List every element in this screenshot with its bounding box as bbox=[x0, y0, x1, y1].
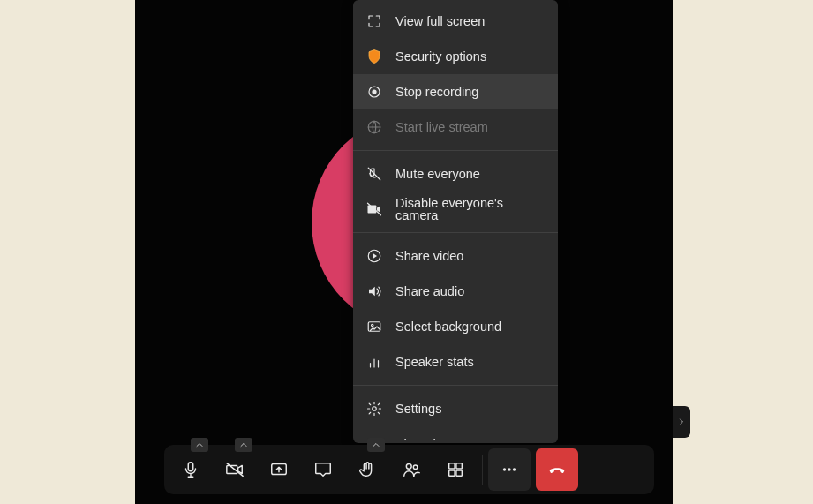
raise-hand-button[interactable] bbox=[346, 448, 388, 491]
mute-all-icon bbox=[365, 165, 383, 183]
bars-icon bbox=[365, 353, 383, 371]
hangup-button[interactable] bbox=[536, 448, 578, 491]
mic-button[interactable] bbox=[169, 448, 212, 491]
menu-item-live-stream: Start live stream bbox=[353, 109, 558, 145]
menu-item-label: Mute everyone bbox=[395, 168, 480, 181]
image-icon bbox=[365, 318, 383, 335]
svg-point-18 bbox=[513, 468, 516, 470]
tile-view-button[interactable] bbox=[434, 448, 477, 491]
menu-item-mute-everyone[interactable]: Mute everyone bbox=[353, 156, 558, 192]
svg-point-6 bbox=[373, 407, 377, 411]
chat-button[interactable] bbox=[302, 448, 344, 491]
menu-separator bbox=[353, 150, 558, 151]
menu-item-label: Settings bbox=[395, 402, 441, 416]
camera-button[interactable] bbox=[214, 448, 256, 491]
more-actions-menu: View full screen Security options Stop r… bbox=[353, 0, 558, 443]
menu-item-background[interactable]: Select background bbox=[353, 309, 558, 344]
conference-app: S View full screen Security options bbox=[135, 0, 673, 504]
menu-item-stop-recording[interactable]: Stop recording bbox=[353, 74, 558, 109]
play-circle-icon bbox=[365, 247, 383, 265]
svg-rect-14 bbox=[449, 470, 455, 476]
shield-icon bbox=[365, 48, 383, 65]
toolbar-separator bbox=[482, 455, 483, 485]
volume-icon bbox=[365, 282, 383, 300]
svg-point-17 bbox=[508, 468, 510, 470]
svg-rect-13 bbox=[456, 463, 462, 469]
menu-item-label: Share audio bbox=[395, 285, 464, 298]
svg-point-11 bbox=[413, 465, 418, 470]
gear-icon bbox=[365, 400, 383, 417]
fullscreen-icon bbox=[365, 12, 383, 30]
svg-rect-15 bbox=[456, 470, 462, 476]
menu-item-label: Disable everyone's camera bbox=[395, 197, 546, 222]
svg-point-1 bbox=[372, 89, 376, 94]
menu-separator bbox=[353, 232, 558, 233]
menu-item-share-video[interactable]: Share video bbox=[353, 238, 558, 274]
svg-point-10 bbox=[406, 463, 411, 469]
menu-item-security[interactable]: Security options bbox=[353, 39, 558, 74]
livestream-icon bbox=[365, 118, 383, 136]
menu-item-label: Speaker stats bbox=[395, 356, 474, 369]
svg-rect-8 bbox=[188, 463, 193, 471]
menu-item-label: View full screen bbox=[395, 15, 485, 28]
participants-button[interactable] bbox=[390, 448, 433, 491]
svg-point-16 bbox=[503, 468, 506, 470]
menu-item-fullscreen[interactable]: View full screen bbox=[353, 4, 558, 39]
menu-item-label: Start live stream bbox=[395, 121, 488, 134]
menu-item-speaker-stats[interactable]: Speaker stats bbox=[353, 344, 558, 380]
svg-rect-4 bbox=[368, 322, 380, 332]
menu-separator bbox=[353, 385, 558, 386]
menu-item-label: Select background bbox=[395, 320, 501, 334]
expand-filmstrip-button[interactable] bbox=[673, 406, 690, 438]
menu-item-disable-cameras[interactable]: Disable everyone's camera bbox=[353, 192, 558, 227]
screenshare-button[interactable] bbox=[258, 448, 300, 491]
menu-item-share-audio[interactable]: Share audio bbox=[353, 274, 558, 309]
reactions-caret[interactable] bbox=[367, 438, 385, 452]
menu-item-label: Share video bbox=[395, 250, 463, 263]
camera-options-caret[interactable] bbox=[235, 438, 252, 452]
svg-rect-12 bbox=[449, 463, 455, 469]
camera-off-all-icon bbox=[365, 200, 383, 218]
menu-item-settings[interactable]: Settings bbox=[353, 391, 558, 426]
menu-item-label: Security options bbox=[395, 50, 486, 64]
menu-item-label: View shortcuts bbox=[395, 438, 478, 440]
record-icon bbox=[365, 83, 383, 101]
menu-item-label: Stop recording bbox=[395, 86, 478, 99]
meeting-toolbar bbox=[164, 445, 654, 494]
mic-options-caret[interactable] bbox=[191, 438, 208, 452]
more-actions-button[interactable] bbox=[488, 448, 531, 491]
svg-point-5 bbox=[372, 324, 373, 326]
